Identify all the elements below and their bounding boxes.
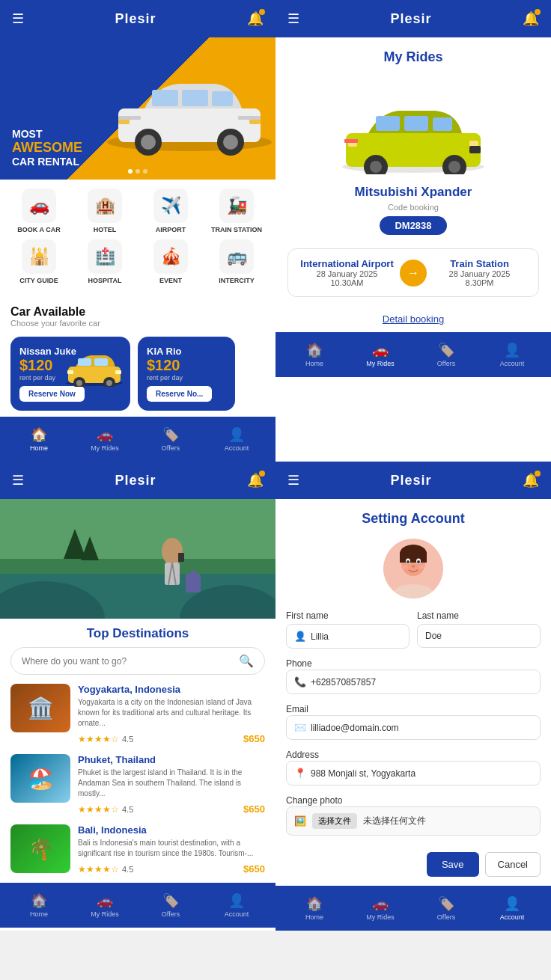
nav-offers-s3[interactable]: 🏷️ Offers <box>152 892 189 918</box>
bali-rating: 4.5 <box>122 865 133 874</box>
file-choose-button[interactable]: 选择文件 <box>312 813 357 829</box>
yogya-rating: 4.5 <box>122 735 133 744</box>
svg-point-59 <box>401 565 408 569</box>
airport-icon: ✈️ <box>153 189 188 223</box>
cat-intercity[interactable]: 🚌 INTERCITY <box>210 239 264 284</box>
detail-booking-link[interactable]: Detail booking <box>276 306 551 332</box>
nav-offers-label-s4: Offers <box>437 913 455 921</box>
svg-rect-12 <box>238 116 261 120</box>
nav-account-label-s2: Account <box>500 360 525 367</box>
nav-offers-s1[interactable]: 🏷️ Offers <box>152 426 189 452</box>
cat-hospital[interactable]: 🏥 HOSPITAL <box>78 239 132 284</box>
avatar <box>383 539 443 598</box>
code-booking-badge: DM2838 <box>380 216 446 235</box>
screen3-menu-icon[interactable]: ☰ <box>12 472 24 489</box>
reserve-nissan-button[interactable]: Reserve Now <box>19 386 85 402</box>
screen3-bell-icon[interactable]: 🔔 <box>247 472 264 489</box>
yogya-name[interactable]: Yogyakarta, Indonesia <box>78 684 265 695</box>
nav-home-label-s1: Home <box>30 444 48 452</box>
cat-airport[interactable]: ✈️ AIRPORT <box>144 189 198 233</box>
dot2 <box>136 169 140 174</box>
cat-book-car[interactable]: 🚗 BOOK A CAR <box>12 189 66 233</box>
nav-home-s3[interactable]: 🏠 Home <box>20 892 58 918</box>
nav-account-s2[interactable]: 👤 Account <box>493 342 531 367</box>
yogya-image: 🏛️ <box>10 684 70 732</box>
search-input[interactable] <box>22 656 239 667</box>
cat-event[interactable]: 🎪 EVENT <box>144 239 198 284</box>
screen2-menu-icon[interactable]: ☰ <box>287 10 299 27</box>
change-photo-group: Change photo 🖼️ 选择文件 未选择任何文件 <box>286 793 541 836</box>
svg-rect-25 <box>376 116 400 131</box>
route-from-time: 10.30AM <box>294 278 400 287</box>
svg-rect-47 <box>178 553 184 562</box>
cat-train-label: TRAIN STATION <box>211 226 262 233</box>
cat-intercity-label: INTERCITY <box>219 277 255 284</box>
dest-section-title: Top Destinations <box>10 626 265 641</box>
svg-rect-15 <box>78 358 91 366</box>
svg-rect-53 <box>400 554 427 563</box>
search-box[interactable]: 🔍 <box>10 647 265 675</box>
nav-home-s1[interactable]: 🏠 Home <box>20 426 58 452</box>
destinations-section: Top Destinations 🔍 🏛️ Yogyakarta, Indone… <box>0 619 276 883</box>
offers-icon-s4: 🏷️ <box>438 895 454 912</box>
phone-input[interactable]: 📞 +628570857857 <box>286 670 541 694</box>
phuket-image: 🏖️ <box>10 754 70 803</box>
home-icon-s4: 🏠 <box>306 895 323 912</box>
first-name-group: First name 👤 Lillia <box>286 610 410 649</box>
phone-label: Phone <box>286 658 312 669</box>
nav-offers-s4[interactable]: 🏷️ Offers <box>427 895 465 921</box>
svg-point-60 <box>418 565 426 569</box>
nav-account-s3[interactable]: 👤 Account <box>218 892 255 918</box>
file-input-wrap[interactable]: 🖼️ 选择文件 未选择任何文件 <box>286 806 541 836</box>
account-icon-s4: 👤 <box>504 895 520 912</box>
cancel-button[interactable]: Cancel <box>485 852 541 877</box>
screen-my-rides: ☰ Plesir 🔔 My Rides <box>276 0 551 462</box>
cat-hotel[interactable]: 🏨 HOTEL <box>78 189 132 233</box>
cat-city-guide[interactable]: 🕌 CITY GUIDE <box>12 239 66 284</box>
bali-desc: Bali is Indonesia's main tourist destina… <box>78 838 265 859</box>
save-button[interactable]: Save <box>427 852 479 877</box>
first-name-input[interactable]: 👤 Lillia <box>286 624 410 649</box>
email-label: Email <box>286 704 308 714</box>
svg-point-58 <box>412 566 415 568</box>
list-item: 🌴 Bali, Indonesia Bali is Indonesia's ma… <box>10 824 265 875</box>
nav-account-s1[interactable]: 👤 Account <box>218 426 255 452</box>
email-input[interactable]: ✉️ lilliadoe@domain.com <box>286 715 541 740</box>
cat-train[interactable]: 🚂 TRAIN STATION <box>210 189 264 233</box>
nav-rides-s4[interactable]: 🚗 My Rides <box>362 895 399 921</box>
svg-rect-40 <box>0 574 276 619</box>
setting-account-title: Setting Account <box>276 499 551 539</box>
screen1-menu-icon[interactable]: ☰ <box>12 10 24 27</box>
code-booking-label: Code booking <box>276 203 551 212</box>
event-icon: 🎪 <box>153 239 188 274</box>
screen2-bell-icon[interactable]: 🔔 <box>523 10 539 27</box>
screen1-title: Plesir <box>115 11 156 27</box>
nav-rides-s2[interactable]: 🚗 My Rides <box>362 342 399 367</box>
nav-home-s2[interactable]: 🏠 Home <box>296 342 333 367</box>
nav-offers-s2[interactable]: 🏷️ Offers <box>427 342 465 367</box>
nav-home-label-s3: Home <box>30 910 48 918</box>
last-name-input[interactable]: Doe <box>417 624 541 648</box>
screen-setting-account: ☰ Plesir 🔔 Setting Account <box>276 462 551 931</box>
screen4-menu-icon[interactable]: ☰ <box>287 472 299 489</box>
reserve-kia-button[interactable]: Reserve No... <box>147 386 212 402</box>
phuket-name[interactable]: Phuket, Thailand <box>78 754 265 765</box>
hero-text: MOST AWESOME CAR RENTAL <box>12 128 82 168</box>
screen4-bell-icon[interactable]: 🔔 <box>523 472 539 489</box>
svg-rect-11 <box>118 116 141 120</box>
bali-name[interactable]: Bali, Indonesia <box>78 824 265 836</box>
nav-account-s4[interactable]: 👤 Account <box>493 895 531 921</box>
svg-point-57 <box>417 560 420 563</box>
screen2-header: ☰ Plesir 🔔 <box>276 0 551 37</box>
car-price-kia: $120 <box>147 357 226 374</box>
car-cards: Nissan Juke $120 rent per day Reserve No… <box>0 331 276 417</box>
nav-rides-s1[interactable]: 🚗 My Rides <box>86 426 124 452</box>
list-item: 🏛️ Yogyakarta, Indonesia Yogyakarta is a… <box>10 684 265 745</box>
phuket-stars: ★★★★☆ <box>78 804 119 815</box>
address-input[interactable]: 📍 988 Monjali st, Yogyakarta <box>286 761 541 785</box>
nav-offers-label-s2: Offers <box>437 360 455 367</box>
nav-home-s4[interactable]: 🏠 Home <box>296 895 333 921</box>
screen1-bell-icon[interactable]: 🔔 <box>247 10 264 27</box>
nav-rides-s3[interactable]: 🚗 My Rides <box>86 892 124 918</box>
nav-account-label-s1: Account <box>225 444 249 452</box>
